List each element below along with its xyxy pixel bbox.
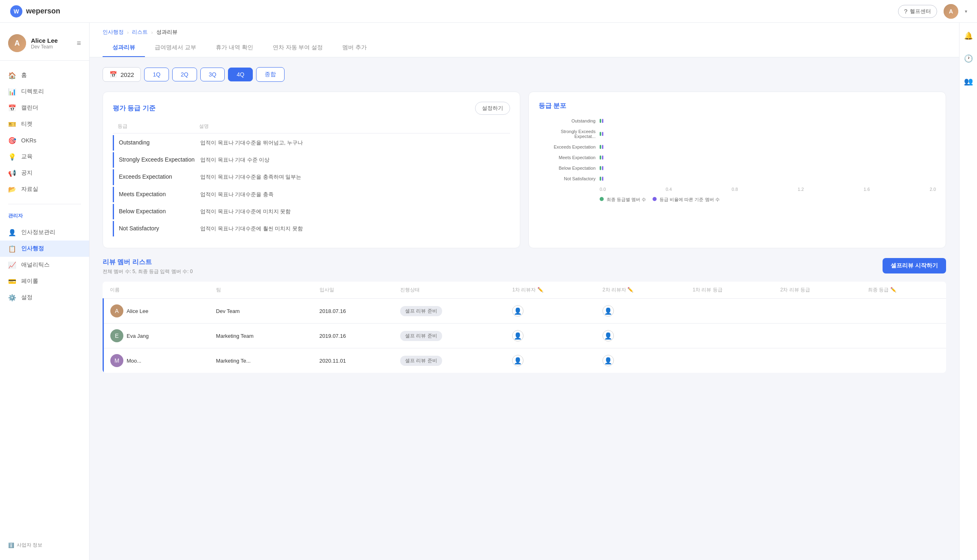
member-avatar-alice: A xyxy=(110,304,123,317)
sidebar-item-payroll-label: 페이롤 xyxy=(21,278,38,285)
tab-leave-history[interactable]: 휴가 내역 확인 xyxy=(206,39,263,57)
sidebar-item-settings[interactable]: ⚙️ 설정 xyxy=(0,289,89,306)
sidebar-item-notice[interactable]: 📢 공지 xyxy=(0,165,89,181)
settings-button[interactable]: 설정하기 xyxy=(475,102,510,115)
grade1-cell xyxy=(686,299,773,324)
sidebar-item-calendar-label: 캘린더 xyxy=(21,104,38,112)
analytics-icon: 📈 xyxy=(8,261,16,269)
col-name: 이름 xyxy=(103,282,210,299)
grade-table-header: 등급 설명 xyxy=(113,123,510,133)
sidebar-item-education[interactable]: 💡 교육 xyxy=(0,149,89,165)
dropdown-chevron-icon[interactable]: ▾ xyxy=(965,9,967,14)
sidebar-item-payroll[interactable]: 💳 페이롤 xyxy=(0,273,89,289)
member-join-cell: 2019.07.16 xyxy=(313,324,394,348)
breadcrumb-hr[interactable]: 인사행정 xyxy=(103,28,124,36)
status-badge: 셀프 리뷰 준비 xyxy=(400,306,442,316)
total-button[interactable]: 종합 xyxy=(256,67,285,82)
sidebar-item-okrs[interactable]: 🎯 OKRs xyxy=(0,132,89,149)
sidebar-bottom[interactable]: ℹ️ 사업자 정보 xyxy=(0,537,89,553)
clock-icon[interactable]: 🕐 xyxy=(962,52,975,65)
bar-purple-meets xyxy=(602,155,603,160)
bar-purple-outstanding xyxy=(602,119,603,123)
settings-icon: ⚙️ xyxy=(8,293,16,302)
app-body: A Alice Lee Dev Team ≡ 🏠 홈 📊 디렉토리 📅 캘린더 xyxy=(0,23,977,560)
grade-desc-meets: 업적이 목표나 기대수준을 충족 xyxy=(200,191,510,198)
bar-label-exceeds: Exceeds Expectation xyxy=(539,144,596,149)
bar-container-exceeds xyxy=(600,145,936,149)
self-review-button[interactable]: 셀프리뷰 시작하기 xyxy=(883,258,946,273)
sidebar-item-library-label: 자료실 xyxy=(21,186,38,193)
help-button[interactable]: ? 헬프센터 xyxy=(898,5,937,18)
sidebar-item-home[interactable]: 🏠 홈 xyxy=(0,67,89,83)
bar-row-below: Below Expectation xyxy=(539,166,936,171)
tab-add-member[interactable]: 멤버 추가 xyxy=(333,39,377,57)
grade-name-strongly: Strongly Exceeds Expectation xyxy=(119,156,200,163)
reviewer2-icon: 👤 xyxy=(602,355,614,366)
library-icon: 📂 xyxy=(8,185,16,193)
bar-chart: Outstanding Strongly Exceeds Expectat... xyxy=(539,118,936,181)
calendar-icon: 📅 xyxy=(8,104,16,112)
review-list-title: 리뷰 멤버 리스트 xyxy=(103,258,193,267)
bar-label-strongly: Strongly Exceeds Expectat... xyxy=(539,129,596,139)
sidebar-item-analytics[interactable]: 📈 애널리틱스 xyxy=(0,257,89,273)
reviewer1-cell: 👤 xyxy=(506,324,596,348)
x-label-16: 1.6 xyxy=(864,187,870,192)
education-icon: 💡 xyxy=(8,153,16,161)
review-table-header-row: 이름 팀 입사일 진행상태 1차 리뷰자 ✏️ 2차 리뷰자 ✏️ 1차 리뷰 … xyxy=(103,282,946,299)
sidebar-item-okrs-label: OKRs xyxy=(21,137,36,144)
sidebar-item-hr-admin[interactable]: 📋 인사행정 xyxy=(0,241,89,257)
member-avatar-moo: M xyxy=(110,354,123,367)
sidebar-avatar: A xyxy=(8,34,26,52)
reviewer1-icon: 👤 xyxy=(512,305,524,317)
right-icons-panel: 🔔 🕐 👥 xyxy=(959,23,977,560)
breadcrumb-list[interactable]: 리스트 xyxy=(132,28,148,36)
bar-purple-exceeds xyxy=(602,145,603,149)
tab-auto-leave[interactable]: 연차 자동 부여 설정 xyxy=(263,39,333,57)
member-avatar-eva: E xyxy=(110,329,123,342)
member-team-cell: Marketing Team xyxy=(210,324,313,348)
col-status: 진행상태 xyxy=(394,282,506,299)
calendar-small-icon: 📅 xyxy=(110,71,117,78)
sidebar: A Alice Lee Dev Team ≡ 🏠 홈 📊 디렉토리 📅 캘린더 xyxy=(0,23,90,560)
ticket-icon: 🎫 xyxy=(8,120,16,128)
grade1-cell xyxy=(686,324,773,348)
hr-info-icon: 👤 xyxy=(8,228,16,236)
q1-button[interactable]: 1Q xyxy=(144,68,169,81)
grade2-cell xyxy=(774,348,861,373)
grade-desc-not-satisfactory: 업적이 목표나 기대수준에 훨씬 미치지 못함 xyxy=(200,225,510,232)
bar-green-strongly xyxy=(600,132,601,136)
sidebar-item-directory[interactable]: 📊 디렉토리 xyxy=(0,83,89,100)
grade-name-outstanding: Outstanding xyxy=(119,139,200,146)
x-label-04: 0.4 xyxy=(666,187,672,192)
q4-button[interactable]: 4Q xyxy=(228,68,253,81)
sidebar-item-ticket[interactable]: 🎫 티켓 xyxy=(0,116,89,132)
q2-button[interactable]: 2Q xyxy=(172,68,197,81)
legend-green: 최종 등급별 멤버 수 xyxy=(600,197,646,203)
q3-button[interactable]: 3Q xyxy=(200,68,225,81)
svg-text:W: W xyxy=(13,8,19,15)
member-name-cell: E Eva Jang xyxy=(103,324,210,348)
sidebar-item-calendar[interactable]: 📅 캘린더 xyxy=(0,100,89,116)
okrs-icon: 🎯 xyxy=(8,136,16,144)
tab-performance-review[interactable]: 성과리뷰 xyxy=(103,39,145,57)
sidebar-menu-button[interactable]: ≡ xyxy=(77,39,81,48)
logo-text: weperson xyxy=(26,7,60,15)
tab-payslip[interactable]: 급여명세서 교부 xyxy=(145,39,206,57)
user-avatar-header[interactable]: A xyxy=(944,4,958,19)
help-label: 헬프센터 xyxy=(910,8,931,15)
member-join-cell: 2020.11.01 xyxy=(313,348,394,373)
member-name: Alice Lee xyxy=(127,308,148,314)
bar-green-outstanding xyxy=(600,119,601,123)
sidebar-item-hr-info[interactable]: 👤 인사정보관리 xyxy=(0,224,89,241)
bar-row-outstanding: Outstanding xyxy=(539,118,936,123)
bell-icon[interactable]: 🔔 xyxy=(962,29,975,42)
directory-icon: 📊 xyxy=(8,88,16,96)
people-icon[interactable]: 👥 xyxy=(962,75,975,88)
reviewer1-icon: 👤 xyxy=(512,330,524,341)
sidebar-item-library[interactable]: 📂 자료실 xyxy=(0,181,89,197)
final-grade-cell xyxy=(861,348,946,373)
legend-purple: 등급 비율에 따른 기준 멤버 수 xyxy=(653,197,719,203)
sidebar-item-directory-label: 디렉토리 xyxy=(21,88,44,95)
info-icon: ℹ️ xyxy=(8,542,14,548)
bar-row-strongly: Strongly Exceeds Expectat... xyxy=(539,129,936,139)
